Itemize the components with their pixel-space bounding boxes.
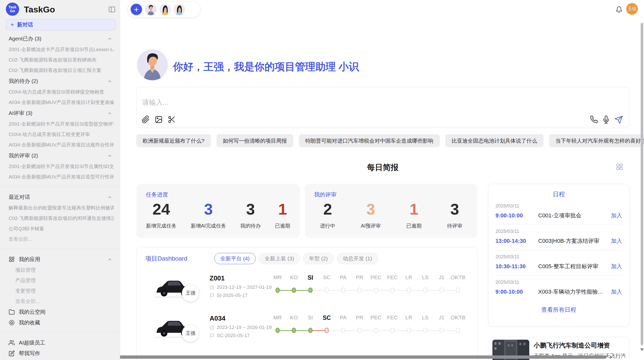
send-icon[interactable] bbox=[614, 115, 622, 124]
suggestion-chip[interactable]: 特朗普可能对进口汽车增税会对中国车企造成哪些影响 bbox=[299, 134, 440, 147]
section-label: AI评审 (3) bbox=[9, 110, 32, 117]
milestone-label: PA bbox=[335, 311, 352, 321]
sidebar-app-item[interactable]: 查看全部... bbox=[15, 296, 120, 307]
stat-row: 24新增完成任务3新增AI完成任务3我的待办1已逾期 bbox=[139, 200, 297, 229]
project-owner-badge: 王强 bbox=[182, 284, 199, 302]
sidebar-item[interactable]: A034-全新新能源MUV产品开发项目计划变更表编写 bbox=[9, 97, 114, 108]
sidebar-tool-feather[interactable]: 创意制图 bbox=[9, 359, 111, 360]
milestone-label: OKTB bbox=[450, 271, 466, 281]
dashboard-tab[interactable]: 动总开发 (1) bbox=[337, 253, 378, 264]
chevron-up-icon bbox=[107, 111, 112, 116]
sidebar-tool-edit-square[interactable]: 帮我写作 bbox=[9, 348, 111, 359]
sidebar-tool-users[interactable]: AI超级员工 bbox=[9, 337, 111, 348]
schedule-date: 2025/03/11 bbox=[495, 203, 622, 209]
milestone-dot bbox=[341, 288, 345, 293]
microphone-icon[interactable] bbox=[602, 115, 610, 124]
attachment-icon[interactable] bbox=[142, 115, 150, 124]
sidebar-app-item[interactable]: 产品管理 bbox=[15, 275, 120, 286]
briefing-layout-icon[interactable] bbox=[616, 163, 623, 170]
scroll-right-arrow-icon[interactable] bbox=[610, 355, 613, 359]
tool-label: AI超级员工 bbox=[19, 339, 45, 346]
schedule-item-row: 13:00-14:30C003|H0B-方案冻结评审加入 bbox=[495, 237, 622, 250]
milestone-labels: MRKOSISCPAPRPECFECLRLSJ1OKTB bbox=[269, 311, 466, 321]
milestone-line-overdue bbox=[310, 330, 327, 331]
dashboard-tab[interactable]: 全新上装 (3) bbox=[259, 253, 300, 264]
briefing-stat-card: 任务进度24新增完成任务3新增AI完成任务3我的待办1已逾期 bbox=[136, 184, 300, 238]
milestone-dot bbox=[325, 328, 329, 333]
folder-icon bbox=[9, 309, 15, 315]
suggestion-chip[interactable]: 比亚迪全固态电池计划具体说了什么 bbox=[445, 134, 544, 147]
sidebar-item[interactable]: A034-全新新能源MUV产品开发项目法规符合性评审 bbox=[9, 140, 114, 150]
plus-icon: + bbox=[10, 21, 14, 28]
sidebar-item[interactable]: 公司Q3轻卡销量 bbox=[9, 223, 114, 234]
sidebar-item[interactable]: C02-飞腾新能源轻客改款项目里程碑画布 bbox=[9, 55, 114, 65]
scroll-down-arrow-icon[interactable] bbox=[640, 348, 644, 351]
flag-icon bbox=[210, 333, 214, 338]
user-avatar[interactable]: 王强 bbox=[626, 3, 638, 15]
tool-label: 帮我写作 bbox=[19, 350, 40, 357]
milestone-dot bbox=[456, 328, 460, 333]
dashboard-tab[interactable]: 年型 (2) bbox=[303, 253, 334, 264]
view-all-schedule-link[interactable]: 查看所有日程 bbox=[488, 306, 629, 314]
sidebar-item[interactable]: C0X4-动力总成开发项目SI里程碑提交物检查 bbox=[9, 87, 114, 97]
sidebar-item[interactable]: 解释最新出台的欧盟报废车法规再生塑料比例被调至15%... bbox=[9, 203, 114, 213]
sidebar-section-header[interactable]: 我的评审 (2) bbox=[9, 150, 112, 161]
sidebar-item[interactable]: C02-飞腾新能源轻客改款项目立项汇报方案 bbox=[9, 65, 114, 76]
project-row[interactable]: 王强A0342023-12-19 ~ 2026-01-19SC-2025-05-… bbox=[137, 310, 477, 350]
join-link[interactable]: 加入 bbox=[611, 263, 622, 270]
sidebar-collapse-icon[interactable] bbox=[108, 6, 116, 13]
new-chat-button[interactable]: + 新对话 bbox=[6, 19, 116, 30]
suggestion-chip[interactable]: 当下年轻人对汽车外观有怎样的喜好趋势 bbox=[549, 134, 644, 147]
agent-avatar-3[interactable] bbox=[173, 4, 185, 15]
sidebar-item-my-apps[interactable]: 我的应用 bbox=[9, 254, 112, 265]
stat-item: 3AI预评审 bbox=[361, 200, 381, 229]
sidebar-section-header[interactable]: Agent已办 (3) bbox=[9, 33, 112, 44]
add-agent-button[interactable]: + bbox=[130, 3, 142, 16]
stat-value: 24 bbox=[153, 200, 170, 218]
voice-call-icon[interactable] bbox=[590, 115, 598, 124]
suggestion-chip[interactable]: 欧洲新规最近颁布了什么? bbox=[136, 134, 211, 147]
agent-avatar-2[interactable] bbox=[159, 4, 171, 15]
project-row[interactable]: 王强Z0012023-12-19 ~ 2027-01-19SI-2025-05-… bbox=[137, 270, 477, 310]
milestone-dot bbox=[374, 328, 378, 333]
stat-item: 1已逾期 bbox=[406, 200, 422, 229]
clock-icon bbox=[210, 285, 214, 290]
notification-bell-icon[interactable] bbox=[616, 6, 623, 13]
project-dashboard-title: 项目Dashboard bbox=[145, 254, 187, 263]
horizontal-scrollbar[interactable] bbox=[81, 355, 607, 359]
milestone-label: KO bbox=[286, 271, 302, 281]
milestone-label: J1 bbox=[433, 271, 450, 281]
join-link[interactable]: 加入 bbox=[611, 288, 622, 296]
milestone-dot bbox=[423, 328, 427, 333]
join-link[interactable]: 加入 bbox=[611, 212, 622, 219]
sidebar-item-folder[interactable]: 我的云空间 bbox=[9, 307, 111, 317]
sidebar-app-item[interactable]: 变更管理 bbox=[15, 286, 120, 296]
milestone-dot bbox=[407, 288, 411, 293]
image-upload-icon[interactable] bbox=[155, 115, 163, 124]
suggestion-chip[interactable]: 如何写一份清晰的项目周报 bbox=[216, 134, 293, 147]
sidebar-item[interactable]: C02-飞腾新能源轻客改款项目的闭环通告反馈情况 bbox=[9, 213, 114, 223]
schedule-item: 2025/03/1110:30-11:30C005-整车工程目标评审加入 bbox=[495, 250, 622, 276]
join-link[interactable]: 加入 bbox=[611, 237, 622, 245]
sidebar-item[interactable]: A034-全新新能源MUV产品开发项目造型可行性评审 bbox=[9, 172, 114, 182]
chat-input[interactable] bbox=[142, 98, 524, 107]
screenshot-scissors-icon[interactable] bbox=[168, 115, 176, 124]
flag-text: SI-2025-05-17 bbox=[217, 293, 247, 298]
sidebar-item[interactable]: Z001-全新燃油皮卡产品开发项目SI节点Lesson Learn报告 bbox=[9, 44, 114, 55]
sidebar-item[interactable]: C0X4-动力总成开发项目工程变更评审 bbox=[9, 129, 114, 140]
sidebar: Task Go TaskGo + 新对话 Agent已办 (3)Z001-全新燃… bbox=[0, 0, 120, 360]
sidebar-item-star-badge[interactable]: 我的收藏 bbox=[9, 317, 111, 328]
schedule-date: 2025/03/11 bbox=[495, 254, 622, 260]
milestone-label: MR bbox=[269, 271, 286, 281]
sidebar-item[interactable]: Z001-全新燃油轻卡产品开发项目SI节点属性5D文件评审 bbox=[9, 161, 114, 172]
star-badge-icon bbox=[9, 320, 15, 326]
dashboard-tab[interactable]: 全新平台 (4) bbox=[214, 253, 256, 264]
sidebar-section-header[interactable]: 最近对话 bbox=[9, 191, 112, 203]
sidebar-section-header[interactable]: 我的待办 (2) bbox=[9, 76, 112, 87]
agent-avatar-1[interactable] bbox=[145, 4, 157, 15]
sidebar-section-header[interactable]: AI评审 (3) bbox=[9, 108, 112, 119]
vertical-scrollbar[interactable] bbox=[641, 23, 643, 345]
sidebar-app-item[interactable]: 项目管理 bbox=[15, 265, 120, 275]
sidebar-item[interactable]: Z001-全新燃油轻卡产品开发项目SI造型提交物评审 bbox=[9, 119, 114, 129]
sidebar-item[interactable]: 查看全部... bbox=[9, 234, 114, 244]
